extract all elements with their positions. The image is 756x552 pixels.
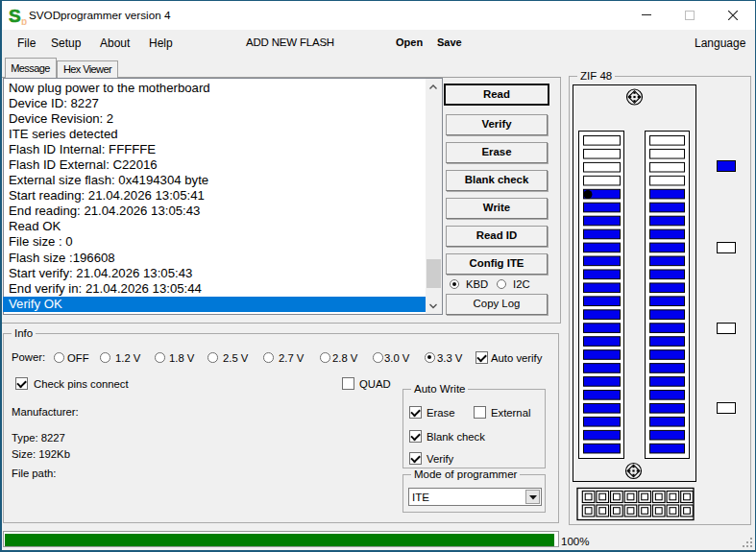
svg-text:S: S [9, 6, 21, 25]
svg-text:p: p [21, 16, 27, 25]
